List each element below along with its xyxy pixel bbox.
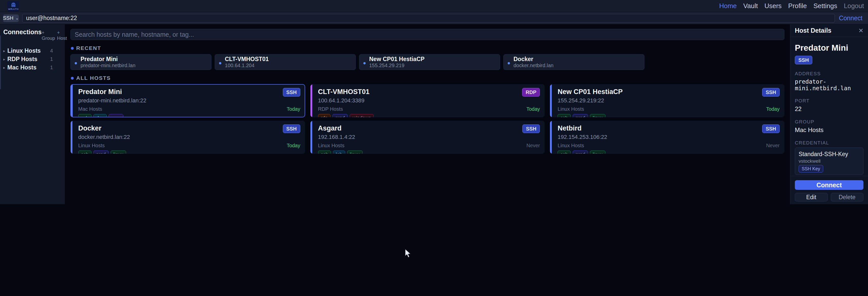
- add-host-button[interactable]: + Host: [57, 30, 67, 41]
- host-card-netbird[interactable]: Netbird SSH 192.154.253.106:22 Linux Hos…: [550, 121, 784, 154]
- last-connected: Today: [766, 106, 780, 112]
- edit-button[interactable]: Edit: [795, 193, 828, 202]
- protocol-badge: RDP: [522, 88, 540, 96]
- recent-subtitle: 100.64.1.204: [225, 63, 269, 68]
- section-dot-icon: [71, 47, 74, 50]
- address-value: predator-mini.netbird.lan: [795, 78, 863, 91]
- sidebar-group-rdp-hosts[interactable]: ▸ RDP Hosts 1: [3, 55, 62, 63]
- group-label: RDP Hosts: [7, 56, 50, 63]
- detail-host-name: Predator Mini: [795, 43, 863, 53]
- tag-pill: prod: [573, 114, 588, 117]
- tag-pill: ssh: [78, 114, 91, 117]
- host-card-predator-mini[interactable]: Predator Mini SSH predator-mini.netbird.…: [70, 84, 305, 117]
- status-dot-icon: [508, 62, 510, 64]
- recent-card-new-cp01[interactable]: New CP01 HestiaCP 155.254.29.219: [359, 54, 500, 70]
- last-connected: Never: [526, 143, 540, 149]
- recent-name: CLT-VMHOST01: [225, 56, 269, 63]
- sidebar-group-mac-hosts[interactable]: ▸ Mac Hosts 1: [3, 63, 62, 72]
- credential-card[interactable]: Standard-SSH-Key vstockwell SSH Key: [795, 147, 863, 175]
- host-address: 192.168.1.4:22: [318, 134, 540, 140]
- host-group: Linux Hosts: [78, 143, 105, 149]
- group-count: 1: [50, 65, 53, 70]
- host-address: 155.254.29.219:22: [558, 97, 780, 104]
- group-label: Linux Hosts: [7, 48, 50, 54]
- address-input-value: user@hostname:22: [26, 15, 77, 22]
- protocol-select[interactable]: SSH ⌄: [3, 14, 19, 22]
- tag-pill: prod: [573, 151, 588, 154]
- host-group: Mac Hosts: [78, 106, 102, 112]
- host-address: predator-mini.netbird.lan:22: [78, 97, 300, 104]
- recent-card-clt-vmhost01[interactable]: CLT-VMHOST01 100.64.1.204: [215, 54, 356, 70]
- search-placeholder: Search hosts by name, hostname, or tag..…: [75, 31, 194, 38]
- protocol-badge: SSH: [283, 88, 300, 96]
- close-icon[interactable]: ✕: [858, 28, 863, 34]
- port-value: 22: [795, 106, 863, 113]
- group-value: Mac Hosts: [795, 126, 863, 134]
- recent-cards-row: Predator Mini predator-mini.netbird.lan …: [70, 54, 784, 70]
- host-name: Asgard: [318, 124, 342, 132]
- nav-vault[interactable]: Vault: [743, 2, 758, 10]
- nav-users[interactable]: Users: [765, 2, 782, 10]
- sidebar-accent-rail: [0, 35, 1, 89]
- group-count: 1: [50, 56, 53, 62]
- host-group: Linux Hosts: [558, 143, 584, 149]
- mouse-cursor: [405, 248, 413, 259]
- credential-name: Standard-SSH-Key: [799, 151, 860, 158]
- group-label: GROUP: [795, 119, 863, 125]
- tag-pill: linux: [590, 114, 606, 117]
- credential-type-badge: SSH Key: [799, 165, 823, 173]
- nav-logout[interactable]: Logout: [844, 2, 864, 10]
- host-address: docker.netbird.lan:22: [78, 134, 300, 140]
- group-count: 4: [50, 48, 53, 54]
- nav-settings[interactable]: Settings: [813, 2, 837, 10]
- chevron-down-icon: ⌄: [16, 16, 19, 21]
- tag-pill: ssh: [558, 151, 571, 154]
- hosts-grid: Predator Mini SSH predator-mini.netbird.…: [70, 84, 784, 154]
- recent-card-docker[interactable]: Docker docker.netbird.lan: [503, 54, 644, 70]
- host-name: CLT-VMHOST01: [318, 88, 370, 95]
- app-logo[interactable]: WRAITH: [8, 1, 19, 12]
- credential-label: CREDENTIAL: [795, 140, 863, 146]
- tag-pill: windows: [350, 114, 374, 117]
- host-address: 192.154.253.106:22: [558, 134, 780, 140]
- tag-pill: prod: [93, 151, 108, 154]
- host-group: RDP Hosts: [318, 106, 343, 112]
- sidebar-group-linux-hosts[interactable]: ▸ Linux Hosts 4: [3, 47, 62, 55]
- nav-links: Home Vault Users Profile Settings Logout: [719, 2, 864, 10]
- content-area: Connections + Group + Host ▸ Linux Hosts…: [0, 24, 868, 204]
- host-card-docker[interactable]: Docker SSH docker.netbird.lan:22 Linux H…: [70, 121, 305, 154]
- host-card-clt-vmhost01[interactable]: CLT-VMHOST01 RDP 100.64.1.204:3389 RDP H…: [310, 84, 545, 117]
- recent-heading: RECENT: [76, 45, 101, 51]
- nav-profile[interactable]: Profile: [788, 2, 807, 10]
- recent-name: New CP01 HestiaCP: [369, 56, 425, 63]
- search-input[interactable]: Search hosts by name, hostname, or tag..…: [70, 29, 784, 40]
- protocol-badge: SSH: [283, 124, 300, 133]
- recent-card-predator-mini[interactable]: Predator Mini predator-mini.netbird.lan: [70, 54, 211, 70]
- tag-pill: ssh: [318, 151, 331, 154]
- caret-right-icon: ▸: [3, 57, 7, 62]
- connections-sidebar: Connections + Group + Host ▸ Linux Hosts…: [0, 24, 65, 204]
- port-label: PORT: [795, 98, 863, 103]
- address-label: ADDRESS: [795, 71, 863, 77]
- caret-right-icon: ▸: [3, 49, 7, 53]
- caret-right-icon: ▸: [3, 65, 7, 70]
- host-name: Predator Mini: [78, 88, 122, 95]
- address-input[interactable]: user@hostname:22: [22, 14, 835, 23]
- top-nav-bar: WRAITH Home Vault Users Profile Settings…: [0, 0, 868, 12]
- protocol-badge: SSH: [522, 124, 540, 133]
- host-card-asgard[interactable]: Asgard SSH 192.168.1.4:22 Linux Hosts Ne…: [310, 121, 545, 154]
- host-card-new-cp01[interactable]: New CP01 HestiaCP SSH 155.254.29.219:22 …: [550, 84, 784, 117]
- hosts-main: Search hosts by name, hostname, or tag..…: [65, 24, 790, 204]
- ghost-icon: [10, 2, 17, 8]
- protocol-badge: SSH: [762, 88, 780, 96]
- sidebar-title: Connections: [3, 28, 41, 36]
- status-dot-icon: [219, 62, 221, 64]
- last-connected: Never: [766, 143, 780, 149]
- connect-button[interactable]: Connect: [795, 180, 863, 190]
- add-group-button[interactable]: + Group: [41, 30, 55, 41]
- toolbar-connect-button[interactable]: Connect: [839, 14, 862, 22]
- delete-button[interactable]: Delete: [831, 193, 864, 202]
- host-details-panel: Host Details ✕ Predator Mini SSH ADDRESS…: [790, 24, 868, 204]
- section-dot-icon: [71, 77, 74, 80]
- nav-home[interactable]: Home: [719, 2, 737, 10]
